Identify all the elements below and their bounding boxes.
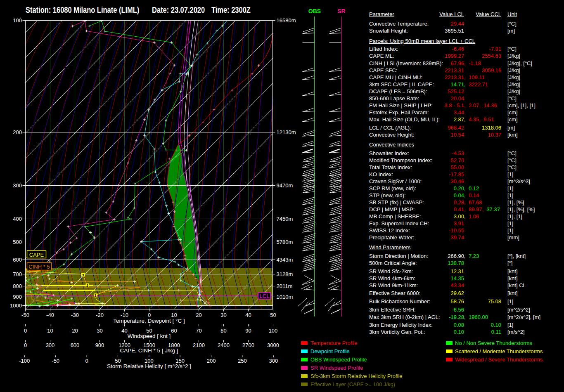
svg-text:20: 20	[196, 312, 201, 318]
svg-text:600: 600	[13, 257, 22, 263]
svg-text:3: 3	[82, 273, 84, 277]
svg-text:3000: 3000	[267, 342, 279, 348]
svg-text:100: 100	[269, 328, 278, 334]
svg-text:90: 90	[245, 328, 251, 334]
svg-text:20: 20	[72, 328, 78, 334]
svg-text:200: 200	[207, 358, 216, 364]
svg-text:4343m: 4343m	[277, 257, 293, 263]
svg-text:16580m: 16580m	[277, 17, 296, 24]
svg-text:300: 300	[269, 358, 278, 364]
svg-text:2011m: 2011m	[277, 283, 293, 289]
svg-text:0: 0	[85, 358, 88, 364]
svg-text:40: 40	[245, 312, 251, 318]
svg-text:Storm Relative Helicity [ m^2: Storm Relative Helicity [ m^2/s^2 ]	[107, 363, 191, 369]
svg-text:SR: SR	[337, 8, 345, 14]
svg-text:400: 400	[13, 216, 22, 222]
svg-text:1010m: 1010m	[277, 294, 293, 300]
svg-text:1000: 1000	[10, 302, 22, 309]
svg-text:60: 60	[171, 328, 177, 334]
svg-text:5780m: 5780m	[277, 239, 293, 245]
svg-text:Windspeed [ knt ]: Windspeed [ knt ]	[128, 333, 171, 339]
svg-text:300: 300	[46, 342, 55, 348]
svg-text:10: 10	[47, 328, 53, 334]
svg-text:1: 1	[94, 293, 96, 298]
svg-text:9470m: 9470m	[277, 182, 293, 189]
svg-text:300: 300	[13, 182, 22, 189]
svg-text:900: 900	[13, 294, 22, 300]
svg-text:CAPE: CAPE	[29, 252, 44, 258]
svg-text:2700: 2700	[242, 342, 254, 348]
svg-text:0: 0	[24, 328, 27, 334]
svg-text:CINH * 5: CINH * 5	[28, 264, 50, 270]
svg-text:-50: -50	[52, 358, 59, 364]
svg-text:2100: 2100	[193, 342, 205, 348]
svg-text:OBS: OBS	[308, 8, 321, 14]
svg-text:2: 2	[86, 283, 88, 288]
svg-text:LCL: LCL	[260, 293, 270, 299]
svg-text:CAPE, CINH * 5 [ J/kg ]: CAPE, CINH * 5 [ J/kg ]	[120, 347, 178, 354]
svg-text:500: 500	[13, 239, 22, 245]
svg-text:30: 30	[220, 312, 226, 318]
svg-text:200: 200	[13, 129, 22, 135]
svg-text:-100: -100	[19, 358, 30, 364]
svg-text:30: 30	[97, 328, 102, 334]
svg-text:40: 40	[121, 328, 127, 334]
svg-text:80: 80	[220, 328, 226, 334]
svg-text:2400: 2400	[218, 342, 230, 348]
svg-text:250: 250	[238, 358, 247, 364]
svg-text:700: 700	[13, 271, 22, 277]
svg-text:-50: -50	[21, 312, 29, 318]
svg-text:70: 70	[196, 328, 201, 334]
svg-text:-40: -40	[46, 312, 54, 318]
svg-text:50: 50	[270, 312, 276, 318]
svg-text:-30: -30	[71, 312, 79, 318]
svg-text:12130m: 12130m	[277, 129, 296, 135]
svg-text:100: 100	[13, 17, 22, 24]
svg-text:600: 600	[71, 342, 80, 348]
svg-text:900: 900	[95, 342, 104, 348]
svg-text:800: 800	[13, 283, 22, 289]
svg-text:0: 0	[24, 342, 27, 348]
svg-text:3128m: 3128m	[277, 271, 293, 277]
svg-text:-20: -20	[96, 312, 104, 318]
svg-text:7450m: 7450m	[277, 216, 293, 222]
svg-text:Temperature, Dewpoint [ °C ]: Temperature, Dewpoint [ °C ]	[113, 318, 185, 324]
